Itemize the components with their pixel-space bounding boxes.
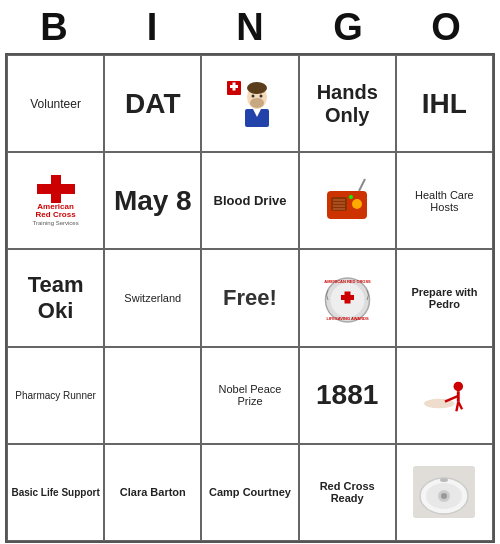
svg-point-37 [441, 493, 447, 499]
svg-point-38 [440, 478, 448, 482]
svg-text:LIFESAVING AWARDS: LIFESAVING AWARDS [326, 316, 369, 321]
cell-medallion[interactable]: AMERICAN RED CROSS LIFESAVING AWARDS [299, 249, 396, 346]
dat-label: DAT [125, 88, 180, 120]
cell-prepare-pedro[interactable]: Prepare with Pedro [396, 249, 493, 346]
svg-line-32 [459, 402, 463, 410]
crescent-icon [131, 373, 175, 417]
pharmacy-runner-label: Pharmacy Runner [15, 390, 96, 401]
svg-point-20 [349, 195, 353, 199]
svg-rect-2 [232, 82, 235, 90]
cell-blood-drive[interactable]: Blood Drive [201, 152, 298, 249]
cell-camp-courtney[interactable]: Camp Courtney [201, 444, 298, 541]
medallion-icon: AMERICAN RED CROSS LIFESAVING AWARDS [320, 270, 375, 325]
svg-point-28 [454, 382, 464, 392]
health-care-hosts-label: Health Care Hosts [400, 189, 489, 213]
cell-crescent[interactable] [104, 347, 201, 444]
clara-barton-label: Clara Barton [120, 486, 186, 498]
red-cross-ready-label: Red Cross Ready [303, 480, 392, 504]
cell-free[interactable]: Free! [201, 249, 298, 346]
svg-line-19 [359, 179, 365, 191]
svg-rect-24 [344, 292, 350, 304]
svg-point-7 [250, 98, 264, 108]
bingo-letter-n: N [206, 6, 294, 49]
cell-cpr[interactable] [396, 347, 493, 444]
free-label: Free! [223, 285, 277, 311]
bingo-letter-o: O [402, 6, 490, 49]
smoke-detector-icon [413, 466, 475, 518]
cell-basic-life-support[interactable]: Basic Life Support [7, 444, 104, 541]
cell-american-red-cross[interactable]: AmericanRed Cross Training Services [7, 152, 104, 249]
cell-nobel[interactable]: Nobel Peace Prize [201, 347, 298, 444]
svg-rect-11 [51, 175, 61, 203]
svg-text:AMERICAN RED CROSS: AMERICAN RED CROSS [324, 279, 371, 284]
cell-ihl[interactable]: IHL [396, 55, 493, 152]
bingo-letter-b: B [10, 6, 98, 49]
cell-hands-only[interactable]: Hands Only [299, 55, 396, 152]
cell-1881[interactable]: 1881 [299, 347, 396, 444]
svg-point-18 [352, 199, 362, 209]
svg-point-5 [251, 94, 254, 97]
camp-courtney-label: Camp Courtney [209, 486, 291, 498]
cell-health-care-hosts[interactable]: Health Care Hosts [396, 152, 493, 249]
red-cross-icon [37, 175, 75, 203]
org-sub-label: Training Services [33, 220, 79, 227]
ihl-label: IHL [422, 88, 467, 120]
cell-pharmacy-runner[interactable]: Pharmacy Runner [7, 347, 104, 444]
svg-point-4 [247, 82, 267, 94]
basic-life-support-label: Basic Life Support [11, 487, 99, 498]
bingo-grid: Volunteer DAT Hands Only I [5, 53, 495, 543]
radio-icon [321, 175, 373, 227]
team-oki-label: Team Oki [11, 272, 100, 324]
cell-radio[interactable] [299, 152, 396, 249]
svg-point-6 [259, 94, 262, 97]
cell-volunteer[interactable]: Volunteer [7, 55, 104, 152]
bingo-letter-i: I [108, 6, 196, 49]
prepare-pedro-label: Prepare with Pedro [400, 286, 489, 310]
cell-may8[interactable]: May 8 [104, 152, 201, 249]
cpr-icon [419, 375, 469, 415]
1881-label: 1881 [316, 379, 378, 411]
hands-only-label: Hands Only [303, 81, 392, 127]
switzerland-label: Switzerland [124, 292, 181, 304]
nobel-label: Nobel Peace Prize [205, 383, 294, 407]
bingo-header: B I N G O [5, 0, 495, 53]
org-name-label: AmericanRed Cross [36, 203, 76, 221]
bingo-letter-g: G [304, 6, 392, 49]
blood-drive-label: Blood Drive [214, 193, 287, 208]
dunant-portrait-icon [225, 79, 275, 129]
cell-clara-barton[interactable]: Clara Barton [104, 444, 201, 541]
may8-label: May 8 [114, 185, 192, 217]
cell-red-cross-ready[interactable]: Red Cross Ready [299, 444, 396, 541]
cell-team-oki[interactable]: Team Oki [7, 249, 104, 346]
cell-dat[interactable]: DAT [104, 55, 201, 152]
volunteer-label: Volunteer [30, 97, 81, 111]
cell-switzerland[interactable]: Switzerland [104, 249, 201, 346]
cell-smoke-detector[interactable] [396, 444, 493, 541]
cell-portrait[interactable] [201, 55, 298, 152]
